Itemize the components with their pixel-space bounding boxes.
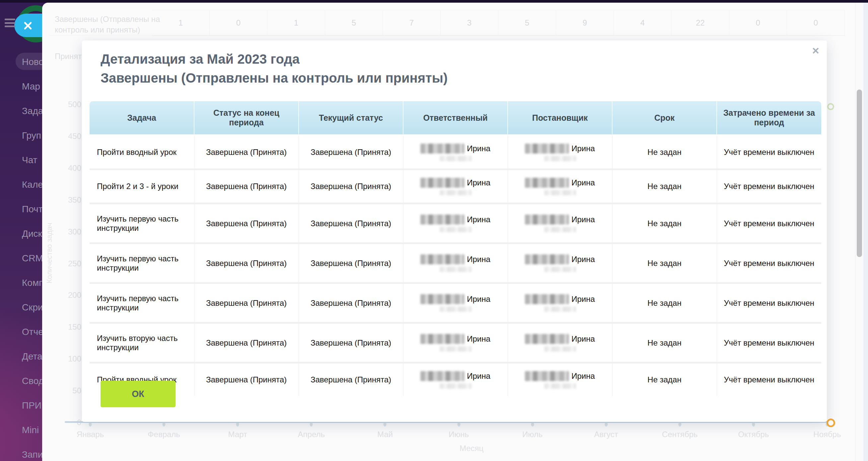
y-tick-label: 150 [52, 322, 81, 332]
sidebar-item-10[interactable]: Комп [0, 271, 42, 295]
sidebar-item-9[interactable]: CRM [0, 246, 42, 271]
month-tick-marker [89, 423, 92, 427]
sidebar-item-1[interactable]: Ново [0, 50, 42, 74]
blurred-sub-block [544, 384, 576, 389]
sidebar-item-5[interactable]: Чат [0, 148, 42, 172]
report-values-row: 1015735942200 [152, 10, 845, 36]
sidebar-item-label: Mini [22, 425, 39, 435]
person-cell: Ирина [508, 363, 612, 396]
status-end-cell: Завершена (Принята) [194, 169, 299, 204]
blurred-sub-block [544, 267, 576, 272]
modal-title-line2: Завершены (Отправлены на контроль или пр… [100, 69, 447, 88]
x-axis-label: Месяц [460, 444, 484, 453]
month-label: Июль [522, 430, 542, 439]
blurred-name-block [525, 215, 569, 225]
status-current-cell: Завершена (Принята) [299, 169, 403, 204]
month-tick-marker [678, 423, 681, 427]
blurred-sub-block [440, 156, 471, 161]
month-label: Февраль [148, 430, 180, 439]
task-cell: Изучить первую часть инструкции [90, 283, 194, 323]
blurred-sub-block [544, 306, 576, 312]
deadline-cell: Не задан [612, 135, 717, 169]
sidebar-item-8[interactable]: Диск [0, 222, 42, 246]
sidebar-item-label: Комп [22, 277, 44, 288]
table-row: Изучить первую часть инструкцииЗавершена… [90, 204, 821, 243]
deadline-cell: Не задан [612, 204, 717, 243]
modal-title-line1: Детализация за Май 2023 года [100, 50, 447, 69]
y-axis-label: Количество задач [45, 217, 54, 290]
table-row: Изучить вторую часть инструкцииЗавершена… [90, 323, 821, 363]
month-label: Октябрь [738, 430, 769, 439]
sidebar-menu: НовоМарЗадаГрупЧатКалеПочтДискCRMКомпСкр… [0, 50, 42, 461]
person-cell: Ирина [403, 363, 508, 396]
time-spent-cell: Учёт времени выключен [717, 323, 821, 363]
blurred-name-block [421, 178, 464, 188]
blurred-name-block [525, 294, 569, 304]
sidebar-item-label: Свод [22, 376, 44, 386]
blurred-sub-block [440, 346, 471, 352]
person-cell: Ирина [508, 204, 612, 243]
deadline-cell: Не задан [612, 283, 717, 323]
status-end-cell: Завершена (Принята) [194, 323, 299, 363]
window-right-edge [863, 3, 868, 461]
sidebar-item-label: Скри [22, 302, 43, 313]
sidebar-item-3[interactable]: Зада [0, 99, 42, 123]
report-value-cell: 9 [556, 10, 614, 35]
detail-modal: ✕ Детализация за Май 2023 года Завершены… [82, 40, 827, 422]
status-current-cell: Завершена (Принята) [299, 323, 403, 363]
table-header-cell: Текущий статус [299, 101, 403, 135]
blurred-name-block [421, 254, 464, 264]
page: НовоМарЗадаГрупЧатКалеПочтДискCRMКомпСкр… [0, 0, 868, 461]
sidebar-item-4[interactable]: Груп [0, 123, 42, 148]
blurred-name-block [525, 178, 569, 188]
blurred-sub-block [440, 267, 471, 272]
month-tick-marker [236, 423, 239, 427]
person-name: Ирина [571, 255, 595, 264]
report-value-cell: 5 [325, 10, 383, 35]
person-name: Ирина [467, 255, 490, 264]
month-label: Март [228, 430, 247, 439]
sidebar-item-label: Диск [22, 229, 42, 239]
chart-point-marker [827, 419, 835, 427]
modal-close-icon[interactable]: ✕ [812, 46, 819, 56]
sidebar-item-7[interactable]: Почт [0, 197, 42, 222]
task-cell: Изучить первую часть инструкции [90, 243, 194, 283]
report-value-cell: 5 [498, 10, 556, 35]
sidebar-item-16[interactable]: Mini [0, 418, 42, 442]
sidebar-item-label: Ново [22, 57, 44, 67]
divider [49, 35, 845, 35]
person-cell: Ирина [403, 135, 508, 169]
deadline-cell: Не задан [612, 243, 717, 283]
person-cell: Ирина [508, 323, 612, 363]
person-name: Ирина [467, 295, 490, 304]
person-name: Ирина [467, 215, 490, 224]
report-row-label: Завершены (Отправлены на контроль или пр… [55, 14, 161, 35]
table-row: Пройти вводный урокЗавершена (Принята)За… [90, 363, 821, 396]
scrollbar-thumb[interactable] [857, 90, 862, 257]
task-cell: Пройти 2 и 3 - й уроки [90, 169, 194, 204]
sidebar-item-17[interactable]: Запи [0, 442, 42, 461]
table-header-cell: Ответственный [403, 101, 508, 135]
sidebar-item-2[interactable]: Мар [0, 74, 42, 99]
sidebar-item-6[interactable]: Кале [0, 172, 42, 197]
ok-button[interactable]: ОК [100, 381, 176, 407]
person-name: Ирина [467, 371, 490, 381]
sidebar-item-14[interactable]: Свод [0, 369, 42, 393]
sidebar-item-13[interactable]: Дета [0, 344, 42, 369]
sidebar-item-15[interactable]: ПРИ [0, 393, 42, 418]
person-cell: Ирина [403, 323, 508, 363]
person-cell: Ирина [508, 243, 612, 283]
report-value-cell: 7 [383, 10, 441, 35]
table-row: Изучить первую часть инструкцииЗавершена… [90, 283, 821, 323]
close-icon [23, 21, 33, 31]
deadline-cell: Не задан [612, 363, 717, 396]
scrollbar-track[interactable] [855, 3, 863, 461]
sidebar-item-12[interactable]: Отче [0, 320, 42, 344]
sidebar-item-11[interactable]: Скри [0, 295, 42, 320]
hamburger-menu-icon[interactable] [5, 19, 15, 27]
report-value-cell: 0 [787, 10, 845, 35]
sidebar-item-label: ПРИ [22, 400, 41, 411]
report-value-cell: 0 [729, 10, 787, 35]
table-header-cell: Затрачено времени за период [717, 101, 821, 135]
month-tick-marker [457, 423, 460, 427]
